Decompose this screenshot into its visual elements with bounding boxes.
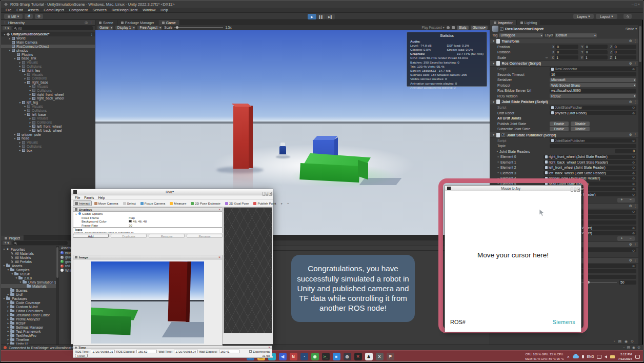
object-picker-icon[interactable]: ⊙ <box>632 139 635 143</box>
foldout-icon[interactable]: ▼ <box>492 100 495 104</box>
grid-icon[interactable] <box>452 26 455 29</box>
unity-close-button[interactable]: × <box>638 3 640 6</box>
object-picker-icon[interactable]: ⊙ <box>632 111 635 115</box>
hierarchy-item-collisions[interactable]: ▸Collisions <box>1 120 95 125</box>
expander-icon[interactable]: ▸ <box>28 85 32 88</box>
project-item-settings-manager[interactable]: ▸Settings Manager <box>1 325 56 329</box>
expander-icon[interactable]: ▸ <box>28 117 32 120</box>
speaker-icon[interactable] <box>605 355 607 358</box>
gear-icon[interactable]: ⚙ <box>629 100 632 104</box>
color-swatch[interactable] <box>129 220 132 223</box>
more-icon[interactable]: ⋮ <box>89 21 93 25</box>
expander-icon[interactable]: ▸ <box>8 37 12 40</box>
hierarchy-item-collisions[interactable]: ▸Collisions <box>1 65 95 69</box>
component-header-joint-state-publisher-script[interactable]: ▼✓Joint State Publisher (Script)⚙⋮ <box>490 132 639 138</box>
component-header-ros-connector-script[interactable]: ▼Ros Connector (Script)⚙⋮ <box>490 60 639 67</box>
project-item-test-framework[interactable]: ▸Test Framework <box>1 329 56 333</box>
project-item-assets[interactable]: ▾Assets <box>1 264 56 268</box>
active-checkbox[interactable]: ✓ <box>500 27 504 31</box>
process-icon[interactable]: ◉ <box>632 346 635 350</box>
object-picker-icon[interactable]: ⊙ <box>632 249 635 252</box>
hierarchy-item-base-link[interactable]: ▾base_link <box>1 56 95 60</box>
tray-folder-icon[interactable] <box>610 355 615 358</box>
rviz-menu-file[interactable]: File <box>73 196 82 199</box>
expander-icon[interactable]: ▸ <box>28 89 32 92</box>
dropdown-ros-version[interactable]: ROS2 <box>550 94 636 98</box>
add-button[interactable]: Add <box>73 234 109 238</box>
close-icon[interactable]: × <box>218 255 220 259</box>
play-focused-dropdown[interactable]: Play Focused ▾ <box>421 26 444 30</box>
rviz-tool-2d-pose-estimate[interactable]: 2D Pose Estimate <box>189 200 223 206</box>
project-item-all-materials[interactable]: All Materials <box>1 251 56 255</box>
expander-icon[interactable]: ▸ <box>23 73 27 76</box>
expander-icon[interactable]: ▾ <box>18 280 23 284</box>
inspector-tab-inspector[interactable]: Inspector <box>490 20 517 25</box>
hierarchy-item-left-leg[interactable]: ▾left_leg <box>1 100 95 105</box>
display-dropdown[interactable]: Display 1 <box>115 26 136 30</box>
readers-count-field[interactable]: 8 <box>615 149 636 153</box>
rviz-title-bar[interactable]: RViz* –□× <box>71 189 273 195</box>
object-picker-icon[interactable]: ⊙ <box>632 231 635 235</box>
object-picker-icon[interactable]: ⊙ <box>632 176 635 180</box>
menu-gameobject[interactable]: GameObject <box>41 8 66 12</box>
wall-time-field[interactable]: 1720799958.34 <box>174 350 197 353</box>
expander-icon[interactable]: ▸ <box>74 212 78 215</box>
enable-button[interactable]: Enable <box>550 122 569 126</box>
hierarchy-item-right-leg[interactable]: ▾right_leg <box>1 68 95 72</box>
expander-icon[interactable]: ▸ <box>23 77 27 80</box>
taskbar-fan-app[interactable]: ✕ <box>354 352 362 360</box>
project-item-jetbrains-rider-editor[interactable]: ▸JetBrains Rider Editor <box>1 313 56 317</box>
pick-icon[interactable]: ◎ <box>85 21 88 25</box>
slider-value[interactable]: 50 <box>619 280 636 285</box>
add-asset-button[interactable]: + ▾ <box>3 241 11 245</box>
add-gameobject-button[interactable]: + ▾ <box>3 26 11 30</box>
project-item-scenes[interactable]: Scenes <box>1 288 56 292</box>
scrollbar-thumb[interactable] <box>56 247 58 278</box>
account-button[interactable]: ME ▾ <box>4 14 23 19</box>
expander-icon[interactable]: ▸ <box>6 338 10 341</box>
scale-y-field[interactable]: 1 <box>584 55 608 59</box>
object-field[interactable]: right_front_wheel (Joint State Reader)⊙ <box>544 155 636 159</box>
gizmos-dropdown[interactable]: Gizmos ▾ <box>471 26 488 30</box>
expander-icon[interactable]: ▾ <box>10 272 14 275</box>
project-item-2-0-0[interactable]: ▾2.0.0 <box>1 276 56 280</box>
inspector-tab-lighting[interactable]: Lighting <box>517 20 541 25</box>
search-button[interactable] <box>623 14 632 19</box>
gear-icon[interactable]: ⚙ <box>629 39 632 43</box>
rotation-x-field[interactable]: 0 <box>555 50 578 54</box>
expander-icon[interactable]: ▸ <box>6 326 10 329</box>
wall-elapsed-field[interactable]: 160.41 <box>219 350 239 353</box>
refresh-icon[interactable]: ⊙ <box>637 346 640 350</box>
expander-icon[interactable]: ▸ <box>28 97 32 100</box>
expander-icon[interactable]: ▸ <box>23 109 27 112</box>
foldout-icon[interactable]: ▼ <box>492 133 495 136</box>
expander-icon[interactable]: ▾ <box>6 268 10 271</box>
menu-help[interactable]: Help <box>158 8 170 12</box>
rviz-close-button[interactable]: × <box>269 192 272 196</box>
pause-button[interactable]: ▌▌ <box>317 14 326 19</box>
object-picker-icon[interactable]: ⊙ <box>632 193 635 196</box>
project-tab-project[interactable]: Project <box>1 235 24 240</box>
expander-icon[interactable]: ▾ <box>2 248 6 251</box>
project-item-all-prefabs[interactable]: All Prefabs <box>1 259 56 264</box>
hierarchy-item-right-front-wheel[interactable]: ▸right_front_wheel <box>1 92 95 96</box>
menu-component[interactable]: Component <box>67 8 90 12</box>
remove-element-button[interactable]: − <box>626 198 635 203</box>
more-icon[interactable]: ⋮ <box>634 204 637 208</box>
component-enabled-checkbox[interactable]: ✓ <box>501 133 505 137</box>
project-item-packages[interactable]: ▾Packages <box>1 296 56 300</box>
unity-minimize-button[interactable]: – <box>632 3 634 6</box>
expander-icon[interactable]: ▸ <box>6 301 10 304</box>
rviz-menu-panels[interactable]: Panels <box>82 196 96 199</box>
scale-slider[interactable] <box>174 27 223 28</box>
expander-icon[interactable]: ▸ <box>6 309 10 312</box>
object-picker-icon[interactable]: ⊙ <box>632 155 635 158</box>
project-search-input[interactable] <box>12 241 68 245</box>
rotation-z-field[interactable]: 0 <box>613 50 636 54</box>
expander-icon[interactable]: ▸ <box>6 317 10 320</box>
layers-dropdown[interactable]: Layers▾ <box>573 14 594 19</box>
hierarchy-item-box[interactable]: ▸box <box>1 148 95 152</box>
aspect-dropdown[interactable]: Free Aspect <box>137 26 162 30</box>
frame-rate-value[interactable]: 30 <box>129 224 132 227</box>
dropdown-protocol[interactable]: Web Socket Sharp <box>550 83 636 87</box>
